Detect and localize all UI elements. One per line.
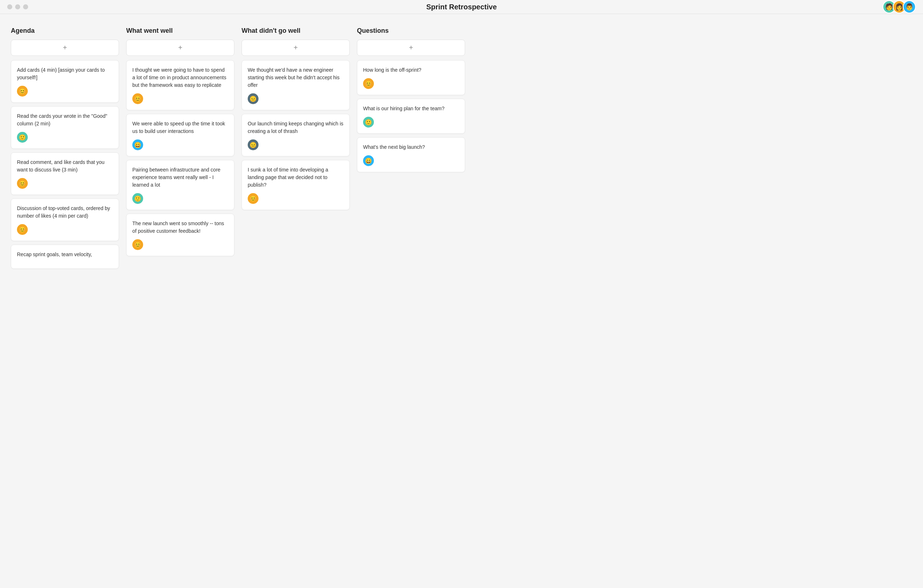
card-text: We were able to speed up the time it too… bbox=[132, 120, 228, 135]
card-agenda-4[interactable]: Recap sprint goals, team velocity, bbox=[11, 245, 119, 269]
card-questions-1[interactable]: What is our hiring plan for the team?🙂 bbox=[357, 99, 465, 134]
card-avatar: 😊 bbox=[17, 178, 28, 189]
page-title: Sprint Retrospective bbox=[426, 3, 497, 11]
window-dot-yellow bbox=[15, 4, 20, 9]
card-avatar: 😊 bbox=[17, 86, 28, 97]
card-avatar: 😐 bbox=[248, 139, 258, 150]
card-avatar: 😊 bbox=[363, 78, 374, 89]
card-avatar: 😊 bbox=[132, 93, 143, 104]
column-header-didnt-go-well: What didn't go well bbox=[241, 27, 350, 34]
add-card-button-agenda[interactable]: + bbox=[11, 39, 119, 56]
card-text: I sunk a lot of time into developing a l… bbox=[248, 166, 343, 189]
column-header-agenda: Agenda bbox=[11, 27, 119, 34]
card-text: Our launch timing keeps changing which i… bbox=[248, 120, 343, 135]
card-avatar: 😊 bbox=[248, 193, 258, 204]
card-agenda-1[interactable]: Read the cards your wrote in the "Good" … bbox=[11, 106, 119, 149]
card-avatar: 🙂 bbox=[363, 117, 374, 128]
window-controls bbox=[7, 4, 28, 9]
add-card-button-went-well[interactable]: + bbox=[126, 39, 234, 56]
card-went-well-1[interactable]: We were able to speed up the time it too… bbox=[126, 114, 234, 156]
card-went-well-2[interactable]: Pairing between infrastructure and core … bbox=[126, 160, 234, 210]
card-text: Pairing between infrastructure and core … bbox=[132, 166, 228, 189]
card-text: Discussion of top-voted cards, ordered b… bbox=[17, 205, 113, 220]
window-dot-green bbox=[23, 4, 28, 9]
card-avatar: 🙂 bbox=[132, 193, 143, 204]
card-text: The new launch went so smoothly -- tons … bbox=[132, 220, 228, 235]
board: Agenda+Add cards (4 min) [assign your ca… bbox=[0, 20, 923, 280]
card-avatar: 😐 bbox=[248, 93, 258, 104]
card-avatar: 😄 bbox=[132, 139, 143, 150]
column-agenda: Agenda+Add cards (4 min) [assign your ca… bbox=[11, 27, 119, 272]
card-agenda-3[interactable]: Discussion of top-voted cards, ordered b… bbox=[11, 198, 119, 241]
add-card-button-didnt-go-well[interactable]: + bbox=[241, 39, 350, 56]
card-avatar: 😊 bbox=[17, 224, 28, 235]
card-text: How long is the off-sprint? bbox=[363, 66, 459, 74]
card-didnt-go-well-2[interactable]: I sunk a lot of time into developing a l… bbox=[241, 160, 350, 210]
window-dot-red bbox=[7, 4, 12, 9]
card-text: I thought we were going to have to spend… bbox=[132, 66, 228, 89]
card-didnt-go-well-0[interactable]: We thought we'd have a new engineer star… bbox=[241, 60, 350, 110]
card-agenda-0[interactable]: Add cards (4 min) [assign your cards to … bbox=[11, 60, 119, 103]
column-header-questions: Questions bbox=[357, 27, 465, 34]
card-questions-2[interactable]: What's the next big launch?😄 bbox=[357, 137, 465, 172]
add-card-button-questions[interactable]: + bbox=[357, 39, 465, 56]
column-went-well: What went well+I thought we were going t… bbox=[126, 27, 234, 272]
card-avatar: 😄 bbox=[363, 155, 374, 166]
column-didnt-go-well: What didn't go well+We thought we'd have… bbox=[241, 27, 350, 272]
user-avatars: 🧑👩👨 bbox=[883, 0, 916, 13]
card-text: What is our hiring plan for the team? bbox=[363, 105, 459, 112]
card-avatar: 😊 bbox=[132, 239, 143, 250]
card-text: Recap sprint goals, team velocity, bbox=[17, 251, 113, 258]
card-went-well-0[interactable]: I thought we were going to have to spend… bbox=[126, 60, 234, 110]
divider bbox=[0, 14, 923, 14]
user-avatar-2: 👨 bbox=[903, 0, 916, 13]
card-didnt-go-well-1[interactable]: Our launch timing keeps changing which i… bbox=[241, 114, 350, 156]
card-text: Read comment, and like cards that you wa… bbox=[17, 159, 113, 174]
card-text: We thought we'd have a new engineer star… bbox=[248, 66, 343, 89]
title-bar: Sprint Retrospective 🧑👩👨 bbox=[0, 0, 923, 14]
card-agenda-2[interactable]: Read comment, and like cards that you wa… bbox=[11, 152, 119, 195]
card-text: Add cards (4 min) [assign your cards to … bbox=[17, 66, 113, 82]
card-went-well-3[interactable]: The new launch went so smoothly -- tons … bbox=[126, 214, 234, 256]
card-text: Read the cards your wrote in the "Good" … bbox=[17, 112, 113, 128]
column-header-went-well: What went well bbox=[126, 27, 234, 34]
card-questions-0[interactable]: How long is the off-sprint?😊 bbox=[357, 60, 465, 95]
card-text: What's the next big launch? bbox=[363, 143, 459, 151]
card-avatar: 🙂 bbox=[17, 132, 28, 142]
column-questions: Questions+How long is the off-sprint?😊Wh… bbox=[357, 27, 465, 272]
